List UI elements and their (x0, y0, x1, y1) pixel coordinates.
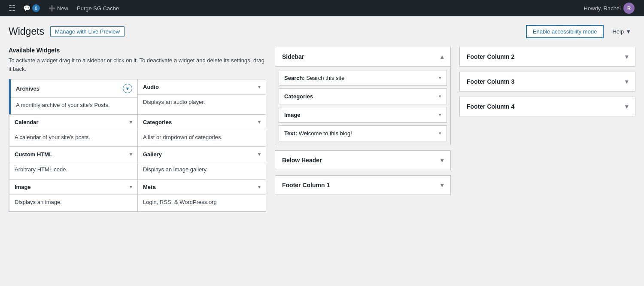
widgets-grid: Archives A monthly archive of your site'… (9, 79, 266, 212)
manage-preview-button[interactable]: Manage with Live Preview (50, 26, 125, 37)
howdy-item[interactable]: Howdy, Rachel R (580, 0, 639, 16)
sidebar-widget-search-label: Search: Search this site (284, 75, 344, 81)
widget-audio-name: Audio (143, 84, 159, 90)
below-header-title: Below Header (282, 157, 322, 164)
widget-image-expand-icon[interactable] (130, 184, 132, 190)
available-widgets-panel: Available Widgets To activate a widget d… (9, 47, 266, 212)
sidebar-widget-text-expand-icon[interactable] (439, 131, 441, 136)
widget-image-header: Image (9, 180, 137, 195)
widget-gallery-expand-icon[interactable] (258, 152, 261, 157)
widget-gallery-header: Gallery (138, 147, 266, 162)
widget-meta-name: Meta (143, 184, 156, 190)
new-button[interactable]: ➕ New (44, 0, 73, 16)
below-header-expand-icon[interactable] (440, 157, 444, 164)
footer-column-2-header[interactable]: Footer Column 2 (460, 47, 635, 66)
widget-custom-html-name: Custom HTML (15, 151, 52, 158)
below-header-widget-area: Below Header (275, 150, 451, 170)
sidebar-column: Sidebar Search: Search this site Categor… (275, 47, 451, 212)
widget-archives-name: Archives (16, 85, 39, 92)
widget-image-name: Image (15, 184, 31, 190)
widget-calendar[interactable]: Calendar A calendar of your site's posts… (9, 114, 138, 147)
below-header-widget-area-header[interactable]: Below Header (275, 151, 450, 170)
widget-audio[interactable]: Audio Displays an audio player. (137, 79, 266, 115)
purge-cache-label: Purge SG Cache (77, 5, 119, 12)
footer-column-4: Footer Column 4 (459, 97, 635, 116)
footer-column-3-header[interactable]: Footer Column 3 (460, 72, 635, 91)
sidebar-widget-image-label: Image (284, 112, 301, 118)
widget-audio-header: Audio (138, 79, 266, 95)
page-title-area: Widgets Manage with Live Preview (9, 26, 125, 37)
right-panel: Sidebar Search: Search this site Categor… (275, 47, 635, 212)
available-widgets-description: To activate a widget drag it to a sideba… (9, 56, 266, 73)
widget-meta[interactable]: Meta Login, RSS, & WordPress.org (137, 179, 266, 212)
help-chevron-icon: ▼ (626, 28, 631, 35)
widget-audio-expand-icon[interactable] (258, 84, 261, 90)
purge-cache-button[interactable]: Purge SG Cache (73, 0, 123, 16)
page-title: Widgets (9, 26, 44, 37)
main-content: Available Widgets To activate a widget d… (9, 47, 635, 212)
footer-column-1-header[interactable]: Footer Column 1 (275, 176, 450, 195)
wp-logo[interactable]: ☷ (5, 0, 19, 16)
widget-image[interactable]: Image Displays an image. (9, 179, 138, 212)
sidebar-widget-image-expand-icon[interactable] (439, 112, 441, 118)
footer-columns-panel: Footer Column 2 Footer Column 3 Footer C… (459, 47, 635, 212)
admin-bar: ☷ 💬 0 ➕ New Purge SG Cache Howdy, Rachel… (0, 0, 644, 16)
page-wrapper: Widgets Manage with Live Preview Enable … (0, 16, 644, 221)
widget-gallery[interactable]: Gallery Displays an image gallery. (137, 146, 266, 179)
widget-categories-expand-icon[interactable] (258, 119, 261, 125)
comments-button[interactable]: 💬 0 (19, 0, 44, 16)
widget-categories-desc: A list or dropdown of categories. (138, 130, 266, 146)
help-button[interactable]: Help ▼ (608, 26, 635, 37)
sidebar-widget-area-header[interactable]: Sidebar (275, 47, 450, 66)
sidebar-widget-text[interactable]: Text: Welcome to this blog! (279, 125, 447, 141)
widget-categories-header: Categories (138, 115, 266, 130)
footer-column-2-title: Footer Column 2 (467, 53, 514, 60)
widget-calendar-expand-icon[interactable] (130, 119, 132, 125)
admin-bar-left: ☷ 💬 0 ➕ New Purge SG Cache (5, 0, 580, 16)
widget-archives-header: Archives (11, 79, 137, 98)
help-label: Help (612, 28, 624, 35)
footer-column-4-title: Footer Column 4 (467, 103, 514, 110)
sidebar-widget-image[interactable]: Image (279, 107, 447, 123)
avatar: R (623, 3, 635, 14)
accessibility-button[interactable]: Enable accessibility mode (526, 25, 604, 38)
new-icon: ➕ (49, 5, 55, 12)
sidebar-title: Sidebar (282, 53, 304, 60)
footer-column-3-title: Footer Column 3 (467, 78, 514, 85)
sidebar-widget-area: Sidebar Search: Search this site Categor… (275, 47, 451, 145)
widget-calendar-header: Calendar (9, 115, 137, 130)
page-header: Widgets Manage with Live Preview Enable … (9, 25, 635, 38)
widget-custom-html[interactable]: Custom HTML Arbitrary HTML code. (9, 146, 138, 179)
sidebar-widget-search-expand-icon[interactable] (439, 75, 441, 81)
widget-categories[interactable]: Categories A list or dropdown of categor… (137, 114, 266, 147)
footer-column-1-expand-icon[interactable] (440, 182, 444, 189)
footer-column-2: Footer Column 2 (459, 47, 635, 67)
widget-meta-header: Meta (138, 180, 266, 195)
sidebar-widget-categories-label: Categories (284, 93, 313, 100)
widget-meta-expand-icon[interactable] (258, 184, 261, 190)
footer-column-4-expand-icon[interactable] (625, 103, 628, 110)
available-widgets-title: Available Widgets (9, 47, 266, 54)
footer-column-3-expand-icon[interactable] (625, 78, 628, 85)
sidebar-collapse-icon[interactable] (440, 53, 444, 60)
footer-column-4-header[interactable]: Footer Column 4 (460, 97, 635, 116)
footer-column-1-title: Footer Column 1 (282, 182, 330, 189)
widget-calendar-name: Calendar (15, 119, 39, 125)
sidebar-widget-search[interactable]: Search: Search this site (279, 70, 447, 86)
sidebar-widget-text-label: Text: Welcome to this blog! (284, 130, 352, 137)
sidebar-widget-categories[interactable]: Categories (279, 88, 447, 104)
footer-column-3: Footer Column 3 (459, 72, 635, 91)
comment-count: 0 (32, 4, 40, 12)
widget-custom-html-expand-icon[interactable] (130, 152, 132, 157)
widget-archives-desc: A monthly archive of your site's Posts. (11, 98, 137, 114)
footer-column-2-expand-icon[interactable] (625, 53, 628, 60)
widget-custom-html-desc: Arbitrary HTML code. (9, 162, 137, 179)
howdy-text: Howdy, Rachel (584, 5, 621, 12)
widget-calendar-desc: A calendar of your site's posts. (9, 130, 137, 146)
sidebar-widget-categories-expand-icon[interactable] (439, 94, 441, 99)
widget-categories-name: Categories (143, 119, 172, 125)
widget-archives-expand-icon[interactable] (123, 84, 132, 93)
widget-archives[interactable]: Archives A monthly archive of your site'… (9, 79, 138, 115)
new-label: New (57, 5, 68, 12)
widget-audio-desc: Displays an audio player. (138, 95, 266, 111)
